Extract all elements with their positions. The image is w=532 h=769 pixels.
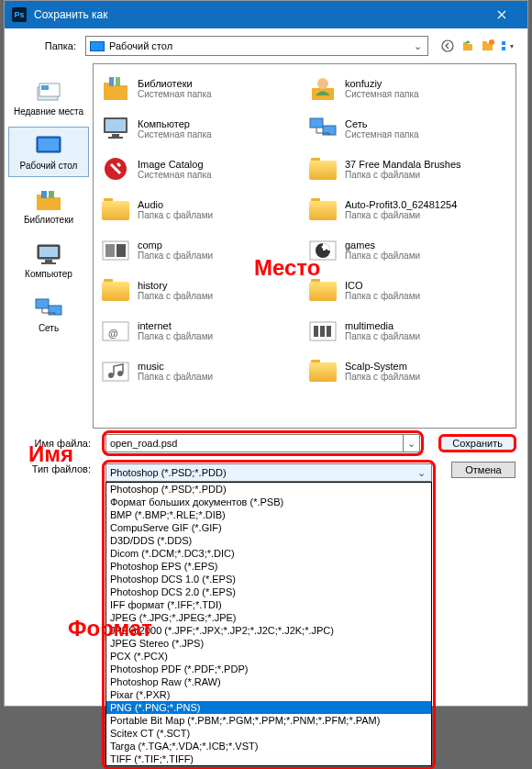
format-option[interactable]: Photoshop EPS (*.EPS): [106, 560, 431, 573]
chevron-down-icon: ⌄: [415, 467, 427, 479]
list-item[interactable]: КомпьютерСистемная папка: [97, 108, 305, 149]
format-option[interactable]: Photoshop DCS 1.0 (*.EPS): [106, 573, 431, 585]
svg-rect-4: [482, 41, 487, 44]
item-name: multimedia: [345, 320, 420, 331]
svg-rect-1: [463, 44, 472, 50]
new-folder-icon[interactable]: [480, 38, 496, 54]
desktop-icon: [34, 133, 63, 159]
svg-rect-12: [41, 85, 49, 90]
recent-icon: [34, 79, 63, 105]
sidebar-item-libraries[interactable]: Библиотеки: [8, 181, 89, 231]
format-option[interactable]: Pixar (*.PXR): [106, 688, 431, 701]
list-item[interactable]: konfuziyСистемная папка: [305, 68, 512, 108]
filetype-options-list[interactable]: Photoshop (*.PSD;*.PDD)Формат больших до…: [105, 482, 432, 766]
format-option[interactable]: Photoshop Raw (*.RAW): [106, 675, 431, 688]
format-option[interactable]: Мультиформатная поддержка изображений (*…: [106, 765, 431, 766]
svg-rect-8: [502, 47, 505, 50]
list-item[interactable]: Scalp-SystemПапка с файлами: [305, 351, 512, 391]
format-option[interactable]: JPEG (*.JPG;*.JPEG;*.JPE): [106, 611, 431, 624]
annotation-format: Формат: [68, 616, 152, 641]
svg-rect-6: [502, 41, 505, 45]
item-subtitle: Системная папка: [138, 129, 212, 139]
list-item[interactable]: СетьСистемная папка: [305, 108, 512, 149]
svg-rect-21: [45, 260, 52, 262]
save-button[interactable]: Сохранить: [438, 434, 516, 452]
item-name: music: [138, 361, 213, 372]
file-list[interactable]: БиблиотекиСистемная папкаkonfuziyСистемн…: [93, 63, 516, 429]
svg-text:@: @: [108, 328, 118, 339]
chevron-down-icon: ⌄: [411, 40, 424, 52]
format-option[interactable]: D3D/DDS (*.DDS): [106, 534, 431, 547]
sidebar-item-label: Компьютер: [25, 269, 72, 279]
svg-point-44: [326, 250, 328, 252]
sidebar-item-recent[interactable]: Недавние места: [8, 72, 89, 123]
svg-rect-18: [49, 191, 54, 198]
window-title: Сохранить как: [34, 8, 483, 21]
item-subtitle: Папка с файлами: [138, 291, 213, 301]
item-name: games: [345, 240, 420, 251]
view-icon[interactable]: ▾: [500, 38, 516, 54]
format-option[interactable]: Photoshop PDF (*.PDF;*.PDP): [106, 663, 431, 675]
filename-dropdown-arrow[interactable]: ⌄: [404, 434, 420, 452]
filename-input[interactable]: [105, 434, 404, 452]
list-item[interactable]: @internetПапка с файлами: [97, 310, 305, 351]
fthumb-i-icon: @: [99, 314, 132, 347]
cancel-button[interactable]: Отмена: [451, 462, 515, 478]
sidebar-item-desktop[interactable]: Рабочий стол: [8, 127, 89, 177]
annotation-name: Имя: [28, 441, 73, 467]
item-name: Image Catalog: [138, 159, 212, 170]
format-option[interactable]: Формат больших документов (*.PSB): [106, 496, 431, 508]
svg-rect-14: [39, 139, 59, 150]
svg-point-30: [317, 78, 328, 89]
list-item[interactable]: Image CatalogСистемная папка: [97, 149, 305, 189]
item-name: Audio: [138, 199, 213, 210]
format-option[interactable]: Photoshop (*.PSD;*.PDD): [106, 483, 431, 496]
fthumb-mu-icon: [99, 354, 132, 387]
list-item[interactable]: gamesПапка с файлами: [305, 229, 512, 270]
format-option[interactable]: PCX (*.PCX): [106, 650, 431, 663]
list-item[interactable]: 37 Free Mandala BrushesПапка с файлами: [305, 149, 512, 189]
format-option[interactable]: JPEG 2000 (*.JPF;*.JPX;*.JP2;*.J2C;*.J2K…: [106, 624, 431, 637]
svg-rect-22: [41, 262, 56, 264]
svg-rect-34: [108, 137, 123, 139]
format-option[interactable]: IFF формат (*.IFF;*.TDI): [106, 598, 431, 611]
format-option[interactable]: Dicom (*.DCM;*.DC3;*.DIC): [106, 547, 431, 560]
format-option[interactable]: JPEG Stereo (*.JPS): [106, 637, 431, 650]
sidebar-item-label: Сеть: [39, 323, 59, 333]
close-button[interactable]: [483, 1, 520, 28]
comp-icon: [99, 112, 132, 145]
format-option[interactable]: PNG (*.PNG;*.PNS): [106, 701, 431, 714]
format-option[interactable]: TIFF (*.TIF;*.TIFF): [106, 752, 431, 765]
format-option[interactable]: CompuServe GIF (*.GIF): [106, 521, 431, 534]
sidebar-item-computer[interactable]: Компьютер: [8, 235, 89, 285]
list-item[interactable]: ICOПапка с файлами: [305, 270, 512, 310]
format-option[interactable]: Photoshop DCS 2.0 (*.EPS): [106, 585, 431, 598]
item-name: internet: [138, 320, 213, 331]
list-item[interactable]: AudioПапка с файлами: [97, 189, 305, 229]
filetype-dropdown[interactable]: Photoshop (*.PSD;*.PDD) ⌄: [105, 463, 432, 482]
item-name: Сеть: [345, 118, 419, 129]
list-item[interactable]: multimediaПапка с файлами: [305, 310, 512, 351]
folder-label: Папка:: [16, 40, 80, 51]
sidebar-item-network[interactable]: Сеть: [8, 289, 89, 340]
item-subtitle: Папка с файлами: [138, 331, 213, 341]
format-option[interactable]: BMP (*.BMP;*.RLE;*.DIB): [106, 508, 431, 521]
svg-point-0: [442, 40, 453, 51]
up-icon[interactable]: [460, 38, 476, 54]
format-option[interactable]: Scitex CT (*.SCT): [106, 727, 431, 740]
list-item[interactable]: Auto-Profit3.0_62481254Папка с файлами: [305, 189, 512, 229]
item-subtitle: Папка с файлами: [138, 210, 213, 220]
svg-rect-35: [310, 118, 323, 128]
format-option[interactable]: Targa (*.TGA;*.VDA;*.ICB;*.VST): [106, 740, 431, 752]
folder-dropdown[interactable]: Рабочий стол ⌄: [85, 36, 428, 56]
format-option[interactable]: Portable Bit Map (*.PBM;*.PGM;*.PPM;*.PN…: [106, 714, 431, 727]
item-subtitle: Папка с файлами: [138, 251, 213, 261]
svg-rect-32: [105, 119, 126, 131]
back-icon[interactable]: [439, 38, 456, 54]
list-item[interactable]: musicПапка с файлами: [97, 351, 305, 391]
photoshop-icon: Ps: [12, 7, 27, 22]
lib-icon: [99, 72, 132, 105]
list-item[interactable]: БиблиотекиСистемная папка: [97, 68, 305, 108]
svg-point-53: [117, 371, 123, 376]
filetype-selected: Photoshop (*.PSD;*.PDD): [110, 467, 415, 478]
